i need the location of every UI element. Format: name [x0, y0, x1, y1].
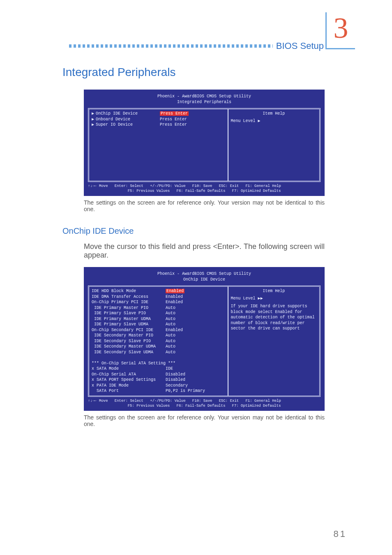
dotted-rule	[69, 44, 273, 48]
bios-item-value: Enabled	[166, 327, 183, 333]
bios-item-value: Auto	[166, 311, 175, 316]
bios-footer-l1: ↑↓→← Move Enter: Select +/-/PU/PD: Value…	[88, 184, 321, 189]
bios-menu-item: x SATA PORT Speed Settings Disabled	[92, 377, 225, 383]
bios-item-value: IDE	[166, 366, 173, 372]
bios-item-label: IDE Primary Master UDMA	[92, 316, 166, 322]
bios-item-label: IDE Secondary Master PIO	[92, 333, 166, 339]
bios-item-label: *** On-Chip Serial ATA Setting ***	[92, 361, 175, 366]
bios-menu-item: x PATA IDE Mode Secondary	[92, 383, 225, 389]
bios-help-pane: Item Help Menu Level ▶▶ If your IDE hard…	[228, 287, 319, 396]
bios-title-l2: Integrated Peripherals	[88, 99, 321, 105]
bios-item-label: IDE DMA Transfer Access	[92, 294, 166, 300]
bios-menu-item: IDE Secondary Master UDMA Auto	[92, 344, 225, 350]
bios-menu-item: IDE Secondary Slave PIO Auto	[92, 339, 225, 344]
bios-menu-item	[92, 355, 225, 361]
bios-footer-l2: F5: Previous Values F6: Fail-Safe Defaul…	[88, 189, 321, 193]
page-number: 81	[334, 529, 347, 539]
bios-item-label: IDE Primary Slave PIO	[92, 311, 166, 316]
subsection-title: OnChip IDE Device	[62, 226, 355, 236]
bios-help-title: Item Help	[231, 111, 317, 117]
bios-footer-l1: ↑↓→← Move Enter: Select +/-/PU/PD: Value…	[88, 398, 321, 403]
bios-footer: ↑↓→← Move Enter: Select +/-/PU/PD: Value…	[88, 184, 321, 193]
chapter-number: 3	[334, 13, 348, 43]
bios-menu-level: Menu Level ▶	[231, 118, 317, 124]
bios-item-label: IDE Secondary Slave UDMA	[92, 350, 166, 355]
bios-help-body: If your IDE hard drive supports block mo…	[231, 304, 317, 332]
header-line: BIOS Setup	[69, 43, 324, 49]
bios-item-value: Press Enter	[160, 117, 187, 122]
bios-item-value: Disabled	[166, 372, 185, 378]
bios-footer-l2: F5: Previous Values F6: Fail-Safe Defaul…	[88, 403, 321, 408]
bios-menu-item: IDE Primary Master UDMA Auto	[92, 316, 225, 322]
bios-menu-item: ▶Onboard Device Press Enter	[92, 117, 225, 122]
bios-help-pane: Item Help Menu Level ▶	[228, 109, 319, 181]
bios-item-label: On-Chip Serial ATA	[92, 372, 166, 378]
bios-item-value: Auto	[166, 316, 175, 322]
bios-menu-level: Menu Level ▶▶	[231, 296, 317, 302]
section-title: Integrated Peripherals	[62, 66, 355, 79]
chapter-tab: 3	[325, 12, 355, 49]
bios-menu-item: x SATA Mode IDE	[92, 366, 225, 372]
bios-menu-item: On-Chip Serial ATA Disabled	[92, 372, 225, 378]
submenu-arrow-icon: ▶	[92, 117, 96, 122]
bios-menu-item: IDE DMA Transfer Access Enabled	[92, 294, 225, 300]
bios-item-label: IDE Primary Slave UDMA	[92, 322, 166, 327]
submenu-arrow-icon: ▶	[92, 111, 96, 117]
submenu-arrow-icon: ▶	[92, 122, 96, 128]
bios-titlebar: Phoenix - AwardBIOS CMOS Setup Utility I…	[88, 94, 321, 105]
bios-menu-list: ▶OnChip IDE Device Press Enter▶Onboard D…	[89, 109, 228, 181]
bios-item-value: Press Enter	[160, 122, 187, 128]
bios-title-l2: OnChip IDE Device	[88, 277, 321, 283]
bios-menu-item: IDE Primary Slave UDMA Auto	[92, 322, 225, 327]
bios-item-label: IDE HDD Block Mode	[92, 288, 166, 294]
bios-item-label: OnChip IDE Device	[96, 111, 160, 117]
bios-item-label: On-Chip Secondary PCI IDE	[92, 327, 166, 333]
bios-menu-item: IDE Primary Slave PIO Auto	[92, 311, 225, 316]
bios-inner-frame: ▶OnChip IDE Device Press Enter▶Onboard D…	[88, 108, 321, 182]
bios-item-label: x SATA Mode	[92, 366, 166, 372]
bios-footer: ↑↓→← Move Enter: Select +/-/PU/PD: Value…	[88, 398, 321, 408]
bios-item-value: Secondary	[166, 383, 188, 389]
bios-item-label: IDE Primary Master PIO	[92, 305, 166, 311]
bios-menu-item: ▶OnChip IDE Device Press Enter	[92, 111, 225, 117]
bios-menu-list: IDE HDD Block Mode EnabledIDE DMA Transf…	[89, 287, 228, 396]
bios-help-title: Item Help	[231, 288, 317, 294]
bios-item-value: Auto	[166, 344, 175, 350]
bios-menu-item: SATA Port P0,P2 is Primary	[92, 388, 225, 394]
bios-item-label: x PATA IDE Mode	[92, 383, 166, 389]
bios-title-l1: Phoenix - AwardBIOS CMOS Setup Utility	[88, 94, 321, 99]
bios-item-label: Onboard Device	[96, 117, 160, 122]
bios-item-value: Auto	[166, 350, 175, 355]
bios-item-label: On-Chip Primary PCI IDE	[92, 299, 166, 305]
bios-menu-item: IDE HDD Block Mode Enabled	[92, 288, 225, 294]
bios-item-value: P0,P2 is Primary	[166, 388, 205, 394]
bios-item-value: Auto	[166, 339, 175, 344]
bios-screenshot-onchip-ide: Phoenix - AwardBIOS CMOS Setup Utility O…	[84, 267, 325, 411]
bios-item-value: Enabled	[166, 288, 184, 294]
bios-menu-item: On-Chip Secondary PCI IDE Enabled	[92, 327, 225, 333]
bios-menu-item: IDE Primary Master PIO Auto	[92, 305, 225, 311]
bios-menu-item: IDE Secondary Master PIO Auto	[92, 333, 225, 339]
body-text: Move the cursor to this field and press …	[84, 242, 325, 260]
bios-item-label	[92, 355, 166, 361]
bios-item-label: IDE Secondary Slave PIO	[92, 339, 166, 344]
bios-item-value: Enabled	[166, 294, 183, 300]
screenshot-caption: The settings on the screen are for refer…	[84, 414, 325, 427]
bios-menu-item: IDE Secondary Slave UDMA Auto	[92, 350, 225, 355]
bios-menu-item: On-Chip Primary PCI IDE Enabled	[92, 299, 225, 305]
header-title: BIOS Setup	[273, 41, 324, 51]
bios-item-value: Disabled	[166, 377, 185, 383]
bios-item-label: SATA Port	[92, 388, 166, 394]
bios-item-value: Press Enter	[160, 111, 189, 117]
screenshot-caption: The settings on the screen are for refer…	[84, 199, 325, 212]
bios-item-value: Auto	[166, 305, 175, 311]
bios-screenshot-integrated-peripherals: Phoenix - AwardBIOS CMOS Setup Utility I…	[84, 90, 325, 196]
bios-item-value: Enabled	[166, 299, 183, 305]
bios-menu-item: *** On-Chip Serial ATA Setting ***	[92, 361, 225, 366]
bios-item-label: Super IO Device	[96, 122, 160, 128]
bios-item-value: Auto	[166, 322, 175, 327]
bios-item-value: Auto	[166, 333, 175, 339]
bios-item-label: x SATA PORT Speed Settings	[92, 377, 166, 383]
bios-inner-frame: IDE HDD Block Mode EnabledIDE DMA Transf…	[88, 286, 321, 397]
bios-title-l1: Phoenix - AwardBIOS CMOS Setup Utility	[88, 271, 321, 277]
